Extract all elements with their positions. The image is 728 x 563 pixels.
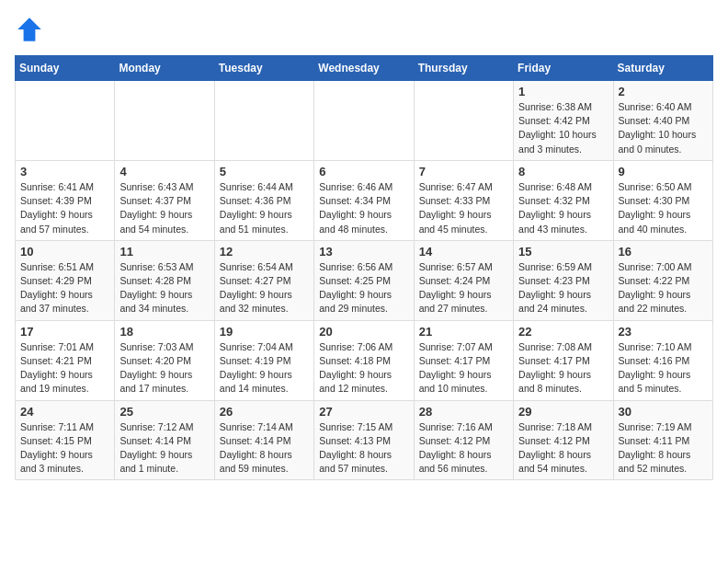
day-info: Sunrise: 6:48 AMSunset: 4:32 PMDaylight:… bbox=[518, 180, 608, 236]
header-sunday: Sunday bbox=[16, 56, 115, 81]
day-info: Sunrise: 7:11 AMSunset: 4:15 PMDaylight:… bbox=[20, 420, 109, 477]
calendar-cell: 4Sunrise: 6:43 AMSunset: 4:37 PMDaylight… bbox=[115, 160, 214, 240]
day-info: Sunrise: 7:14 AMSunset: 4:14 PMDaylight:… bbox=[220, 420, 309, 477]
day-number: 9 bbox=[619, 165, 708, 178]
calendar-cell: 8Sunrise: 6:48 AMSunset: 4:32 PMDaylight… bbox=[514, 160, 613, 240]
calendar-cell bbox=[214, 81, 313, 161]
day-info: Sunrise: 6:53 AMSunset: 4:28 PMDaylight:… bbox=[119, 260, 209, 316]
logo-icon bbox=[15, 15, 44, 44]
day-info: Sunrise: 6:59 AMSunset: 4:23 PMDaylight:… bbox=[518, 260, 608, 316]
calendar-cell: 2Sunrise: 6:40 AMSunset: 4:40 PMDaylight… bbox=[613, 81, 712, 161]
calendar-cell: 26Sunrise: 7:14 AMSunset: 4:14 PMDayligh… bbox=[214, 400, 313, 480]
day-info: Sunrise: 6:47 AMSunset: 4:33 PMDaylight:… bbox=[419, 180, 508, 236]
day-info: Sunrise: 6:41 AMSunset: 4:39 PMDaylight:… bbox=[20, 180, 109, 236]
calendar-cell: 16Sunrise: 7:00 AMSunset: 4:22 PMDayligh… bbox=[613, 240, 712, 320]
svg-marker-0 bbox=[17, 17, 41, 41]
day-number: 18 bbox=[119, 325, 209, 339]
day-info: Sunrise: 7:07 AMSunset: 4:17 PMDaylight:… bbox=[419, 340, 508, 396]
day-number: 26 bbox=[220, 405, 309, 419]
calendar-cell: 20Sunrise: 7:06 AMSunset: 4:18 PMDayligh… bbox=[314, 320, 414, 400]
header-wednesday: Wednesday bbox=[314, 56, 414, 81]
day-number: 7 bbox=[419, 165, 508, 178]
calendar-cell: 13Sunrise: 6:56 AMSunset: 4:25 PMDayligh… bbox=[314, 240, 414, 320]
day-number: 8 bbox=[518, 165, 608, 178]
day-info: Sunrise: 6:54 AMSunset: 4:27 PMDaylight:… bbox=[220, 260, 309, 316]
day-number: 14 bbox=[419, 245, 508, 259]
week-row-0: 1Sunrise: 6:38 AMSunset: 4:42 PMDaylight… bbox=[16, 81, 713, 161]
day-info: Sunrise: 6:38 AMSunset: 4:42 PMDaylight:… bbox=[518, 100, 608, 156]
calendar-body: 1Sunrise: 6:38 AMSunset: 4:42 PMDaylight… bbox=[16, 81, 713, 480]
calendar-cell: 23Sunrise: 7:10 AMSunset: 4:16 PMDayligh… bbox=[613, 320, 712, 400]
day-number: 10 bbox=[20, 245, 109, 259]
day-number: 1 bbox=[518, 85, 608, 98]
day-info: Sunrise: 7:15 AMSunset: 4:13 PMDaylight:… bbox=[319, 420, 408, 477]
day-info: Sunrise: 6:50 AMSunset: 4:30 PMDaylight:… bbox=[619, 180, 708, 236]
week-row-2: 10Sunrise: 6:51 AMSunset: 4:29 PMDayligh… bbox=[16, 240, 713, 320]
day-info: Sunrise: 6:46 AMSunset: 4:34 PMDaylight:… bbox=[319, 180, 408, 236]
day-number: 16 bbox=[619, 245, 708, 259]
calendar-cell: 30Sunrise: 7:19 AMSunset: 4:11 PMDayligh… bbox=[613, 400, 712, 480]
day-info: Sunrise: 6:56 AMSunset: 4:25 PMDaylight:… bbox=[319, 260, 408, 316]
day-info: Sunrise: 7:08 AMSunset: 4:17 PMDaylight:… bbox=[518, 340, 608, 396]
header-monday: Monday bbox=[115, 56, 214, 81]
day-number: 2 bbox=[619, 85, 708, 98]
calendar-cell: 22Sunrise: 7:08 AMSunset: 4:17 PMDayligh… bbox=[514, 320, 613, 400]
day-number: 22 bbox=[518, 325, 608, 339]
calendar-cell bbox=[414, 81, 513, 161]
day-number: 4 bbox=[119, 165, 209, 178]
header-tuesday: Tuesday bbox=[214, 56, 313, 81]
calendar-cell bbox=[16, 81, 115, 161]
day-number: 21 bbox=[419, 325, 508, 339]
calendar-cell: 29Sunrise: 7:18 AMSunset: 4:12 PMDayligh… bbox=[514, 400, 613, 480]
day-number: 17 bbox=[20, 325, 109, 339]
day-info: Sunrise: 6:51 AMSunset: 4:29 PMDaylight:… bbox=[20, 260, 109, 316]
calendar-cell: 3Sunrise: 6:41 AMSunset: 4:39 PMDaylight… bbox=[16, 160, 115, 240]
calendar-cell: 24Sunrise: 7:11 AMSunset: 4:15 PMDayligh… bbox=[16, 400, 115, 480]
day-info: Sunrise: 7:00 AMSunset: 4:22 PMDaylight:… bbox=[619, 260, 708, 316]
calendar-cell: 21Sunrise: 7:07 AMSunset: 4:17 PMDayligh… bbox=[414, 320, 513, 400]
calendar-cell: 5Sunrise: 6:44 AMSunset: 4:36 PMDaylight… bbox=[214, 160, 313, 240]
day-info: Sunrise: 7:06 AMSunset: 4:18 PMDaylight:… bbox=[319, 340, 408, 396]
calendar-cell: 28Sunrise: 7:16 AMSunset: 4:12 PMDayligh… bbox=[414, 400, 513, 480]
calendar-cell: 19Sunrise: 7:04 AMSunset: 4:19 PMDayligh… bbox=[214, 320, 313, 400]
header-friday: Friday bbox=[514, 56, 613, 81]
calendar-cell: 12Sunrise: 6:54 AMSunset: 4:27 PMDayligh… bbox=[214, 240, 313, 320]
calendar-cell: 17Sunrise: 7:01 AMSunset: 4:21 PMDayligh… bbox=[16, 320, 115, 400]
day-info: Sunrise: 7:04 AMSunset: 4:19 PMDaylight:… bbox=[220, 340, 309, 396]
calendar-cell: 25Sunrise: 7:12 AMSunset: 4:14 PMDayligh… bbox=[115, 400, 214, 480]
calendar-cell: 1Sunrise: 6:38 AMSunset: 4:42 PMDaylight… bbox=[514, 81, 613, 161]
day-number: 28 bbox=[419, 405, 508, 419]
week-row-4: 24Sunrise: 7:11 AMSunset: 4:15 PMDayligh… bbox=[16, 400, 713, 480]
day-number: 30 bbox=[619, 405, 708, 419]
calendar-header: SundayMondayTuesdayWednesdayThursdayFrid… bbox=[16, 56, 713, 81]
day-number: 20 bbox=[319, 325, 408, 339]
day-info: Sunrise: 6:40 AMSunset: 4:40 PMDaylight:… bbox=[619, 100, 708, 156]
day-info: Sunrise: 7:03 AMSunset: 4:20 PMDaylight:… bbox=[119, 340, 209, 396]
day-number: 3 bbox=[20, 165, 109, 178]
day-number: 15 bbox=[518, 245, 608, 259]
day-info: Sunrise: 6:44 AMSunset: 4:36 PMDaylight:… bbox=[220, 180, 309, 236]
day-number: 11 bbox=[119, 245, 209, 259]
day-number: 29 bbox=[518, 405, 608, 419]
calendar-cell: 15Sunrise: 6:59 AMSunset: 4:23 PMDayligh… bbox=[514, 240, 613, 320]
logo bbox=[15, 15, 48, 44]
day-number: 19 bbox=[220, 325, 309, 339]
calendar-table: SundayMondayTuesdayWednesdayThursdayFrid… bbox=[15, 55, 713, 480]
day-number: 24 bbox=[20, 405, 109, 419]
day-info: Sunrise: 7:18 AMSunset: 4:12 PMDaylight:… bbox=[518, 420, 608, 477]
calendar-cell: 11Sunrise: 6:53 AMSunset: 4:28 PMDayligh… bbox=[115, 240, 214, 320]
day-number: 13 bbox=[319, 245, 408, 259]
day-number: 12 bbox=[220, 245, 309, 259]
day-info: Sunrise: 7:16 AMSunset: 4:12 PMDaylight:… bbox=[419, 420, 508, 477]
day-info: Sunrise: 7:10 AMSunset: 4:16 PMDaylight:… bbox=[619, 340, 708, 396]
day-number: 23 bbox=[619, 325, 708, 339]
day-info: Sunrise: 7:12 AMSunset: 4:14 PMDaylight:… bbox=[119, 420, 209, 477]
page-header bbox=[15, 15, 713, 44]
header-saturday: Saturday bbox=[613, 56, 712, 81]
day-number: 6 bbox=[319, 165, 408, 178]
day-number: 25 bbox=[119, 405, 209, 419]
calendar-cell: 7Sunrise: 6:47 AMSunset: 4:33 PMDaylight… bbox=[414, 160, 513, 240]
day-info: Sunrise: 7:19 AMSunset: 4:11 PMDaylight:… bbox=[619, 420, 708, 477]
week-row-1: 3Sunrise: 6:41 AMSunset: 4:39 PMDaylight… bbox=[16, 160, 713, 240]
day-info: Sunrise: 6:43 AMSunset: 4:37 PMDaylight:… bbox=[119, 180, 209, 236]
